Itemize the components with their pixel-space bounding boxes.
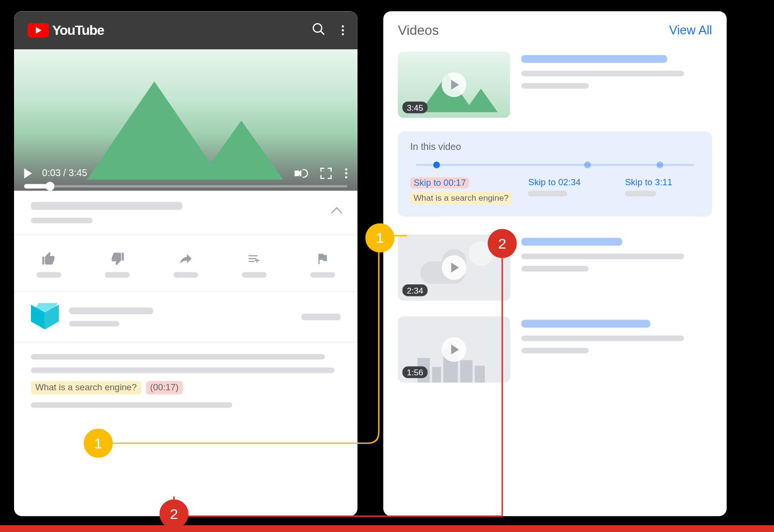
chapter-skip-link[interactable]: Skip to 3:11	[625, 177, 700, 188]
chapter-item[interactable]: Skip to 02:34	[528, 177, 614, 204]
video-result[interactable]: 2:34	[383, 226, 727, 308]
play-icon	[442, 255, 466, 280]
annotation-badge-1: 1	[365, 223, 394, 252]
placeholder-line	[521, 320, 651, 327]
placeholder-line	[521, 348, 589, 354]
placeholder-line	[69, 308, 153, 314]
description-section: What is a search engine? (00:17)	[14, 343, 357, 419]
play-icon	[442, 73, 466, 97]
report-button[interactable]	[310, 251, 335, 278]
fullscreen-icon[interactable]	[320, 168, 331, 179]
annotation-badge-2: 2	[488, 229, 517, 258]
channel-section	[14, 292, 357, 343]
placeholder-line	[31, 402, 232, 408]
placeholder-line	[528, 191, 567, 196]
flag-icon	[315, 251, 330, 266]
player-time: 0:03 / 3:45	[42, 168, 87, 179]
placeholder-line	[521, 83, 589, 89]
videos-heading: Videos	[398, 22, 439, 38]
placeholder-line	[521, 237, 623, 245]
dislike-button[interactable]	[105, 251, 130, 278]
chapter-title-tag[interactable]: What is a search engine?	[31, 381, 141, 395]
placeholder-line	[521, 55, 668, 63]
view-all-link[interactable]: View All	[669, 23, 712, 38]
play-icon[interactable]	[24, 168, 32, 178]
placeholder-line	[31, 354, 325, 360]
youtube-logo[interactable]: YouTube	[28, 22, 104, 38]
video-player[interactable]: 0:03 / 3:45	[14, 49, 357, 191]
player-controls: 0:03 / 3:45	[14, 162, 357, 191]
youtube-panel: YouTube 0:03 / 3:45	[14, 11, 357, 516]
chapter-skip-link[interactable]: Skip to 02:34	[528, 177, 614, 188]
thumbs-down-icon	[109, 251, 126, 266]
placeholder-line	[31, 368, 335, 373]
youtube-header: YouTube	[14, 11, 357, 49]
thumbs-up-icon	[41, 251, 58, 266]
chapter-description: What is a search engine?	[410, 192, 512, 204]
duration-badge: 3:45	[402, 102, 428, 113]
more-icon[interactable]	[342, 25, 344, 35]
placeholder-line	[301, 313, 341, 320]
placeholder-line	[31, 218, 93, 223]
chevron-up-icon[interactable]	[331, 207, 342, 218]
video-result[interactable]: 1:56	[383, 308, 727, 390]
chapter-timeline[interactable]	[410, 155, 700, 174]
placeholder-line	[521, 71, 684, 76]
annotation-badge-1: 1	[84, 429, 113, 458]
video-thumbnail[interactable]: 3:45	[398, 52, 510, 118]
placeholder-line	[31, 202, 182, 210]
share-icon	[177, 251, 194, 266]
share-button[interactable]	[173, 251, 198, 278]
youtube-play-icon	[28, 23, 49, 38]
placeholder-line	[521, 335, 684, 341]
placeholder-line	[521, 266, 589, 271]
youtube-wordmark: YouTube	[52, 22, 104, 38]
svg-point-0	[313, 24, 322, 32]
video-result[interactable]: 3:45	[383, 44, 727, 125]
search-results-panel: Videos View All 3:45 In this video	[383, 11, 727, 516]
video-title-section	[14, 191, 357, 235]
chapter-skip-link[interactable]: Skip to 00:17	[410, 177, 469, 189]
duration-badge: 1:56	[402, 366, 428, 378]
video-thumbnail[interactable]: 1:56	[398, 316, 510, 383]
player-more-icon[interactable]	[345, 168, 347, 178]
play-icon	[442, 337, 466, 362]
chapter-item[interactable]: Skip to 00:17 What is a search engine?	[410, 177, 517, 204]
like-button[interactable]	[36, 251, 61, 278]
search-icon[interactable]	[312, 22, 326, 39]
channel-avatar[interactable]	[31, 303, 59, 331]
placeholder-line	[521, 253, 684, 259]
placeholder-line	[69, 321, 119, 327]
save-button[interactable]	[242, 251, 267, 278]
placeholder-line	[625, 191, 656, 196]
bottom-accent-bar	[0, 525, 774, 532]
volume-icon[interactable]	[295, 167, 307, 180]
chapter-timestamp-tag[interactable]: (00:17)	[146, 381, 183, 395]
duration-badge: 2:34	[402, 284, 428, 296]
playlist-add-icon	[246, 251, 263, 266]
video-actions	[14, 235, 357, 292]
key-moments-heading: In this video	[410, 141, 700, 152]
svg-line-1	[321, 31, 325, 35]
chapter-item[interactable]: Skip to 3:11	[625, 177, 700, 204]
annotation-badge-2: 2	[159, 499, 188, 528]
progress-bar[interactable]	[24, 185, 347, 188]
key-moments-box: In this video Skip to 00:17 What is a se…	[398, 131, 712, 216]
